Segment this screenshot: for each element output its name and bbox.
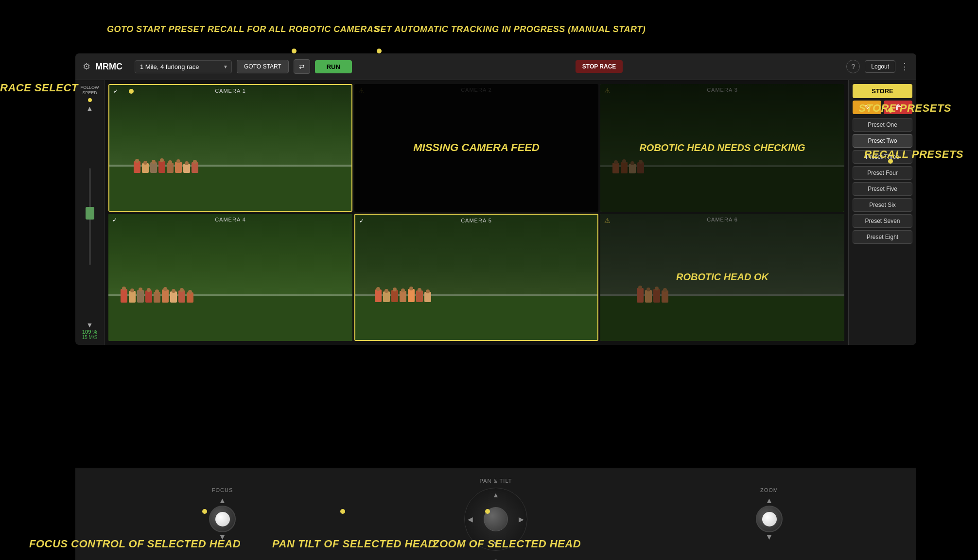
stop-race-button[interactable]: STOP RACE [576, 60, 623, 73]
preset-button-6[interactable]: Preset Six [853, 198, 912, 212]
preset-button-5[interactable]: Preset Five [853, 182, 912, 196]
focus-control-section: FOCUS ▲ ▼ [209, 487, 236, 541]
header: ⚙ MRMC 1 Mile, 4 furlong race 2 Mile rac… [75, 53, 916, 80]
speed-percent: 109 % [82, 329, 97, 335]
right-sidebar-presets: STORE ✎ 🗑 Preset One Preset Two Preset T… [848, 80, 916, 345]
delete-preset-button[interactable]: 🗑 [884, 101, 912, 114]
focus-knob[interactable] [209, 506, 236, 532]
zoom-knob-container: ▲ ▼ [756, 497, 783, 541]
follow-speed-label: FOLLOW SPEED [78, 85, 102, 96]
pan-tilt-arrows: ▲ ▼ ◀ ▶ [465, 488, 527, 550]
speed-slider-container [89, 115, 91, 319]
gear-icon[interactable]: ⚙ [83, 61, 90, 72]
camera-5-label: CAMERA 5 [461, 218, 492, 223]
goto-start-button[interactable]: GOTO START [237, 60, 289, 73]
annotation-set-automatic: SET AUTOMATIC TRACKING IN PROGRESS (MANU… [374, 24, 646, 34]
robotic-warning-text: ROBOTIC HEAD NEEDS CHECKING [634, 137, 810, 158]
main-ui: ⚙ MRMC 1 Mile, 4 furlong race 2 Mile rac… [75, 53, 916, 345]
pan-tilt-label: PAN & TILT [480, 478, 512, 484]
focus-jog-dial: ▲ ▼ [209, 497, 236, 541]
app-title: MRMC [95, 62, 122, 72]
pan-tilt-up-arrow[interactable]: ▲ [492, 491, 499, 499]
speed-slider-track [89, 168, 91, 265]
left-sidebar: FOLLOW SPEED ▲ ▼ 109 % 15 M/S [75, 80, 105, 345]
camera-4-label: CAMERA 4 [215, 217, 246, 222]
robotic-ok-text: ROBOTIC HEAD OK [671, 267, 773, 288]
missing-feed-text: MISSING CAMERA FEED [408, 136, 544, 159]
zoom-down-arrow[interactable]: ▼ [766, 533, 773, 541]
help-button[interactable]: ? [846, 60, 860, 73]
camera-cell-5[interactable]: ✓ CAMERA 5 [354, 214, 598, 341]
camera-cell-1[interactable]: ✓ CAMERA 1 [108, 84, 352, 212]
pan-tilt-container: ▲ ▼ ◀ ▶ ⊕ [464, 488, 527, 551]
race-select-wrapper: 1 Mile, 4 furlong race 2 Mile race Sprin… [135, 60, 232, 73]
preset-button-2[interactable]: Preset Two [853, 134, 912, 148]
zoom-control-section: ZOOM ▲ ▼ [756, 487, 783, 541]
speed-up-arrow[interactable]: ▲ [87, 104, 93, 112]
more-button[interactable]: ⋮ [900, 61, 909, 72]
missing-feed-overlay: MISSING CAMERA FEED [354, 84, 598, 212]
focus-label: FOCUS [212, 487, 233, 493]
camera-1-check: ✓ [113, 88, 118, 95]
preset-button-7[interactable]: Preset Seven [853, 214, 912, 228]
camera-grid-area: ✓ CAMERA 1 ⚠ CAMERA 2 MISSING CAMERA FEE… [105, 80, 848, 345]
camera-cell-4[interactable]: ✓ CAMERA 4 [108, 214, 352, 341]
focus-up-arrow[interactable]: ▲ [219, 497, 227, 505]
dot-goto-start [292, 49, 297, 53]
zoom-label: ZOOM [760, 487, 778, 493]
bottom-controls: FOCUS ▲ ▼ PAN & TILT ▲ ▼ ◀ ▶ ⊕ [75, 468, 916, 560]
swap-icon-button[interactable]: ⇄ [294, 59, 310, 74]
pan-tilt-joystick[interactable]: ▲ ▼ ◀ ▶ [464, 488, 527, 551]
zoom-knob[interactable] [756, 506, 783, 532]
pan-tilt-down-arrow[interactable]: ▼ [492, 540, 499, 547]
camera-cell-2[interactable]: ⚠ CAMERA 2 MISSING CAMERA FEED [354, 84, 598, 212]
pan-tilt-right-arrow[interactable]: ▶ [519, 515, 524, 523]
robotic-ok-overlay: ROBOTIC HEAD OK [600, 214, 844, 341]
camera-cell-6[interactable]: ⚠ CAMERA 6 ROBOTIC HEAD OK [600, 214, 844, 341]
annotation-race-select: RACE SELECT [0, 82, 78, 94]
logout-button[interactable]: Logout [865, 60, 895, 73]
preset-button-8[interactable]: Preset Eight [853, 230, 912, 244]
camera-cell-3[interactable]: ⚠ CAMERA 3 ROBOTIC HEAD NEEDS CHECKING [600, 84, 844, 212]
preset-button-4[interactable]: Preset Four [853, 166, 912, 180]
camera-5-check: ✓ [359, 218, 364, 224]
preset-button-1[interactable]: Preset One [853, 118, 912, 132]
race-select-dropdown[interactable]: 1 Mile, 4 furlong race 2 Mile race Sprin… [135, 60, 232, 73]
robotic-warning-overlay: ROBOTIC HEAD NEEDS CHECKING [600, 84, 844, 212]
pan-tilt-control-section: PAN & TILT ▲ ▼ ◀ ▶ ⊕ [464, 478, 527, 551]
zoom-knob-inner [762, 512, 777, 526]
camera-grid: ✓ CAMERA 1 ⚠ CAMERA 2 MISSING CAMERA FEE… [108, 84, 844, 341]
dot-set-automatic [377, 49, 382, 53]
store-button[interactable]: STORE [853, 84, 912, 98]
pan-tilt-left-arrow[interactable]: ◀ [468, 515, 473, 523]
zoom-up-arrow[interactable]: ▲ [766, 497, 773, 505]
focus-knob-inner [215, 512, 230, 526]
preset-button-3[interactable]: Preset Three [853, 150, 912, 164]
camera-4-check: ✓ [112, 217, 117, 223]
speed-ms: 15 M/S [82, 335, 98, 340]
pan-tilt-center-icon[interactable]: ⊕ [493, 558, 499, 560]
camera-1-label: CAMERA 1 [215, 88, 246, 94]
speed-slider-thumb[interactable] [86, 207, 94, 220]
edit-preset-button[interactable]: ✎ [853, 101, 881, 114]
focus-down-arrow[interactable]: ▼ [219, 533, 227, 541]
speed-dot [88, 98, 92, 102]
run-button[interactable]: RUN [315, 60, 352, 73]
preset-action-row: ✎ 🗑 [853, 101, 912, 114]
content-area: FOLLOW SPEED ▲ ▼ 109 % 15 M/S [75, 80, 916, 345]
speed-down-arrow[interactable]: ▼ [87, 321, 93, 329]
annotation-goto-start: GOTO START PRESET RECALL FOR ALL ROBOTIC… [107, 24, 380, 34]
